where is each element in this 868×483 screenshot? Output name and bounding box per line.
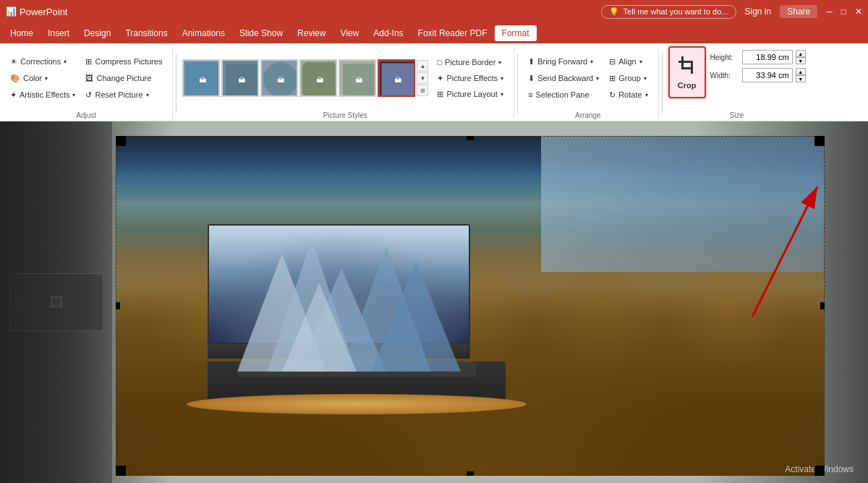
height-field: Height: ▲ ▼	[710, 49, 806, 65]
menu-addins[interactable]: Add-Ins	[366, 25, 410, 41]
powerpoint-icon: 📊	[6, 7, 17, 17]
size-buttons: Crop Height: ▲ ▼ Width:	[668, 46, 806, 110]
style-3[interactable]: 🏔	[260, 59, 298, 97]
arrange-buttons: ⬆ Bring Forward ▾ ⬇ Send Backward ▾ ≡ Se…	[524, 46, 652, 110]
crop-handle-mid-left[interactable]	[116, 302, 120, 309]
crop-handle-top-mid[interactable]	[467, 136, 474, 140]
divider-2	[517, 54, 518, 113]
gallery-scroll: ▲ ▼ ⊞	[417, 60, 428, 96]
reset-picture-button[interactable]: ↺ Reset Picture ▾	[81, 87, 166, 103]
signin-button[interactable]: Sign in	[745, 7, 772, 17]
arrange-col2: ⊟ Align ▾ ⊞ Group ▾ ↻ Rotate ▾	[605, 54, 652, 103]
svg-text:🏔: 🏔	[394, 76, 401, 84]
svg-text:🏔: 🏔	[355, 76, 362, 84]
styles-gallery: 🏔 🏔 🏔	[182, 59, 415, 97]
crop-handle-top-right[interactable]	[814, 136, 825, 146]
crop-handle-bottom-mid[interactable]	[467, 471, 474, 476]
ribbon: ☀ Corrections ▾ 🎨 Color ▾ ✦ Artistic Eff…	[0, 43, 868, 121]
gallery-up[interactable]: ▲	[417, 60, 428, 72]
bring-forward-button[interactable]: ⬆ Bring Forward ▾	[524, 54, 603, 69]
title-bar-left: 📊 PowerPoint	[6, 7, 67, 17]
compress-icon: ⊞	[85, 57, 92, 67]
style-6[interactable]: 🏔	[378, 59, 415, 97]
crop-button[interactable]: Crop	[668, 46, 706, 98]
svg-text:🏔: 🏔	[277, 76, 284, 84]
height-up[interactable]: ▲	[796, 50, 806, 57]
bring-forward-dropdown: ▾	[590, 59, 593, 65]
picture-styles-group: 🏔 🏔 🏔	[179, 46, 514, 121]
gallery-more[interactable]: ⊞	[417, 85, 428, 96]
width-spinner: ▲ ▼	[796, 68, 806, 82]
artistic-icon: ✦	[10, 90, 17, 100]
height-label: Height:	[710, 54, 739, 61]
rotate-button[interactable]: ↻ Rotate ▾	[605, 87, 652, 103]
lightbulb-icon: 💡	[609, 7, 619, 17]
close-button[interactable]: ✕	[855, 7, 862, 17]
crop-handle-mid-right[interactable]	[820, 302, 825, 309]
width-up[interactable]: ▲	[796, 68, 806, 75]
send-backward-button[interactable]: ⬇ Send Backward ▾	[524, 70, 603, 86]
menu-foxit[interactable]: Foxit Reader PDF	[411, 25, 495, 41]
group-button[interactable]: ⊞ Group ▾	[605, 70, 652, 86]
align-dropdown: ▾	[639, 59, 642, 65]
color-button[interactable]: 🎨 Color ▾	[6, 70, 80, 86]
color-icon: 🎨	[10, 74, 20, 83]
width-label: Width:	[710, 72, 739, 80]
menu-slideshow[interactable]: Slide Show	[232, 25, 290, 41]
reset-dropdown-icon: ▾	[146, 92, 149, 98]
svg-text:🏔: 🏔	[316, 76, 323, 84]
adjust-group: ☀ Corrections ▾ 🎨 Color ▾ ✦ Artistic Eff…	[3, 46, 173, 121]
maximize-button[interactable]: □	[841, 7, 846, 17]
menu-transitions[interactable]: Transitions	[118, 25, 174, 41]
crop-handle-bottom-left[interactable]	[116, 466, 126, 476]
selection-pane-button[interactable]: ≡ Selection Pane	[524, 87, 603, 103]
style-4[interactable]: 🏔	[299, 59, 337, 97]
reset-icon: ↺	[85, 90, 92, 100]
picture-layout-button[interactable]: ⊞ Picture Layout ▾	[433, 86, 508, 102]
height-down[interactable]: ▼	[796, 57, 806, 64]
style-2[interactable]: 🏔	[221, 59, 259, 97]
picture-container[interactable]	[116, 136, 825, 476]
size-fields: Height: ▲ ▼ Width: ▲ ▼	[710, 49, 806, 83]
adjust-left-col: ☀ Corrections ▾ 🎨 Color ▾ ✦ Artistic Eff…	[6, 54, 80, 103]
svg-text:🏔: 🏔	[199, 76, 206, 84]
menu-insert[interactable]: Insert	[41, 25, 77, 41]
width-input[interactable]	[742, 68, 793, 82]
svg-rect-21	[678, 61, 692, 63]
size-group: Crop Height: ▲ ▼ Width:	[665, 46, 812, 121]
laptop-wrapper	[208, 224, 506, 401]
group-icon: ⊞	[609, 74, 616, 83]
change-picture-button[interactable]: 🖼 Change Picture	[81, 70, 166, 86]
artistic-effects-button[interactable]: ✦ Artistic Effects ▾	[6, 87, 80, 103]
crop-handle-top-left[interactable]	[116, 136, 126, 146]
menu-design[interactable]: Design	[77, 25, 118, 41]
compress-button[interactable]: ⊞ Compress Pictures	[81, 54, 166, 69]
menu-view[interactable]: View	[333, 25, 366, 41]
picture-border-button[interactable]: □ Picture Border ▾	[433, 54, 508, 70]
corrections-button[interactable]: ☀ Corrections ▾	[6, 54, 80, 69]
arrange-group: ⬆ Bring Forward ▾ ⬇ Send Backward ▾ ≡ Se…	[521, 46, 658, 121]
gallery-down[interactable]: ▼	[417, 72, 428, 84]
menu-format[interactable]: Format	[495, 25, 537, 41]
share-button[interactable]: Share	[780, 5, 817, 18]
minimize-button[interactable]: ─	[826, 7, 833, 17]
laptop-screen	[208, 224, 469, 344]
layout-dropdown-icon: ▾	[501, 91, 503, 98]
menu-home[interactable]: Home	[3, 25, 41, 41]
style-5[interactable]: 🏔	[339, 59, 376, 97]
color-dropdown-icon: ▾	[45, 75, 48, 82]
slide-area: Activate Windows	[0, 121, 868, 483]
divider-3	[662, 54, 663, 113]
crop-icon	[677, 55, 697, 80]
tell-me-bar[interactable]: 💡 Tell me what you want to do...	[601, 5, 736, 19]
width-down[interactable]: ▼	[796, 75, 806, 82]
style-1[interactable]: 🏔	[182, 59, 220, 97]
menu-animations[interactable]: Animations	[175, 25, 232, 41]
picture-effects-button[interactable]: ✦ Picture Effects ▾	[433, 70, 508, 86]
align-button[interactable]: ⊟ Align ▾	[605, 54, 652, 69]
arrange-label: Arrange	[524, 110, 652, 121]
height-input[interactable]	[742, 50, 793, 64]
menu-review[interactable]: Review	[290, 25, 333, 41]
adjust-label: Adjust	[6, 110, 166, 121]
crop-handle-bottom-right[interactable]	[814, 466, 825, 476]
